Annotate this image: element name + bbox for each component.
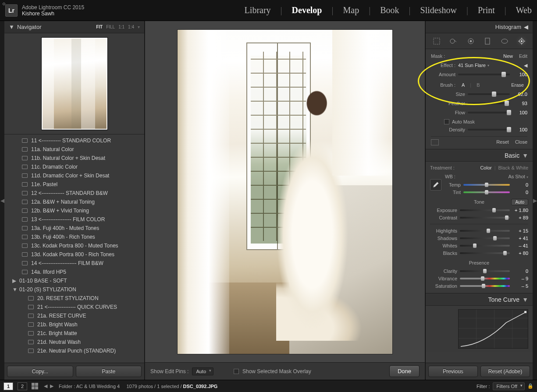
paste-button[interactable]: Paste	[76, 366, 142, 377]
density-value[interactable]: 100	[512, 127, 527, 132]
point-curve-toggle-icon[interactable]	[3, 3, 5, 5]
preset-item[interactable]: 21a. RESET CURVE	[4, 311, 144, 320]
feather-value[interactable]: 93	[512, 101, 527, 106]
saturation-slider[interactable]	[460, 285, 510, 287]
contrast-slider[interactable]	[460, 217, 510, 219]
preset-item[interactable]: 11a. Natural Color	[4, 145, 144, 154]
wb-eyedropper-icon[interactable]	[430, 179, 441, 191]
temp-slider[interactable]	[463, 184, 510, 186]
amount-slider[interactable]	[458, 74, 510, 75]
clarity-value[interactable]: 0	[512, 268, 528, 274]
zoom-ratio[interactable]: 1:4	[128, 25, 134, 29]
effect-dropdown[interactable]: 41 Sun Flare ▾	[458, 63, 519, 68]
feather-slider[interactable]	[468, 102, 510, 104]
brush-a[interactable]: A	[458, 82, 468, 88]
blacks-slider[interactable]	[460, 252, 510, 254]
spot-removal-tool-icon[interactable]	[448, 36, 460, 46]
tint-slider[interactable]	[463, 191, 510, 193]
whites-slider[interactable]	[460, 245, 510, 247]
reset-adobe-button[interactable]: Reset (Adobe)	[480, 366, 530, 377]
adjustment-brush-tool-icon[interactable]	[516, 36, 528, 46]
preset-item[interactable]: 12 <------------- STANDARD B&W	[4, 189, 144, 198]
navigator-header[interactable]: ▼ Navigator FIT FILL 1:1 1:4 ▾	[4, 21, 144, 33]
grid-view-icon[interactable]	[32, 383, 39, 390]
copy-button[interactable]: Copy...	[7, 366, 73, 377]
whites-value[interactable]: – 41	[512, 243, 528, 248]
shadows-value[interactable]: + 41	[512, 236, 528, 241]
flow-value[interactable]: 100	[512, 110, 527, 115]
brush-close[interactable]: Close	[515, 139, 527, 145]
preset-item[interactable]: 14a. Ilford HP5	[4, 268, 144, 276]
preset-item[interactable]: 13 <----------------- FILM COLOR	[4, 215, 144, 224]
filter-dropdown[interactable]: Filters Off	[493, 382, 525, 390]
module-web[interactable]: Web	[516, 5, 532, 15]
preset-item[interactable]: 11e. Pastel	[4, 180, 144, 189]
navigator-preview[interactable]	[4, 33, 144, 134]
preset-folder[interactable]: ▶01-10 BASE - SOFT	[4, 276, 144, 285]
preset-item[interactable]: 13c. Kodak Portra 800 - Muted Tones	[4, 241, 144, 250]
left-panel-collapse[interactable]: ◀	[0, 21, 4, 380]
crop-tool-icon[interactable]	[430, 36, 443, 46]
preset-item[interactable]: 13b. Fuji 400h - Rich Tones	[4, 233, 144, 241]
photo-canvas[interactable]	[145, 21, 425, 362]
preset-item[interactable]: 11b. Natural Color + Skin Desat	[4, 154, 144, 162]
highlights-value[interactable]: + 15	[512, 228, 528, 233]
preset-item[interactable]: 12b. B&W + Vivid Toning	[4, 206, 144, 215]
size-slider[interactable]	[468, 93, 510, 95]
temp-value[interactable]: 0	[512, 182, 528, 187]
preset-item[interactable]: 11 <----------- STANDARD COLOR	[4, 136, 144, 145]
zoom-menu-icon[interactable]: ▾	[138, 25, 140, 29]
mask-new[interactable]: New	[503, 53, 513, 59]
zoom-1to1[interactable]: 1:1	[118, 25, 124, 29]
graduated-filter-tool-icon[interactable]	[481, 36, 494, 46]
next-photo-icon[interactable]: ▶	[49, 383, 54, 389]
done-button[interactable]: Done	[389, 365, 420, 377]
size-value[interactable]: 62.0	[512, 92, 527, 97]
preset-item[interactable]: 13d. Kodak Portra 800 - Rich Tones	[4, 250, 144, 259]
preset-item[interactable]: 21 <---------------- QUICK CURVES	[4, 303, 144, 311]
tint-value[interactable]: 0	[512, 190, 528, 195]
brush-b[interactable]: B	[473, 82, 483, 88]
auto-tone-button[interactable]: Auto	[511, 199, 528, 205]
module-print[interactable]: Print	[478, 5, 495, 15]
treatment-color[interactable]: Color	[480, 165, 491, 170]
preset-item[interactable]: 11c. Dramatic Color	[4, 162, 144, 171]
blacks-value[interactable]: + 80	[512, 251, 528, 256]
histogram-header[interactable]: Histogram ◀	[426, 21, 533, 33]
brush-reset[interactable]: Reset	[496, 139, 509, 145]
contrast-value[interactable]: + 89	[512, 215, 528, 220]
module-map[interactable]: Map	[343, 5, 359, 15]
density-slider[interactable]	[468, 129, 510, 131]
screen-2[interactable]: 2	[18, 382, 27, 390]
automask-checkbox[interactable]	[444, 119, 449, 124]
treatment-bw[interactable]: Black & White	[498, 165, 528, 170]
panel-switch[interactable]	[431, 139, 439, 145]
preset-item[interactable]: 21c. Bright Matte	[4, 329, 144, 338]
radial-filter-tool-icon[interactable]	[498, 36, 511, 46]
exposure-value[interactable]: + 1.80	[512, 208, 528, 213]
effect-disclosure-icon[interactable]: ◀	[519, 63, 527, 68]
preset-item[interactable]: 13a. Fuji 400h - Muted Tones	[4, 224, 144, 233]
preset-item[interactable]: 21d. Neutral Wash	[4, 338, 144, 346]
breadcrumb[interactable]: Folder : AC & UB Wedding 4 1079 photos /…	[59, 384, 217, 389]
preset-item[interactable]: 20. RESET STYLIZATION	[4, 294, 144, 303]
exposure-slider[interactable]	[460, 209, 510, 211]
wb-dropdown[interactable]: As Shot ▾	[508, 174, 528, 179]
right-panel-collapse[interactable]: ▶	[533, 21, 537, 380]
clarity-slider[interactable]	[460, 270, 510, 272]
preset-item[interactable]: 21e. Neutral Punch (STANDARD)	[4, 346, 144, 355]
mask-overlay-checkbox[interactable]	[234, 369, 239, 374]
highlights-slider[interactable]	[460, 230, 510, 232]
redeye-tool-icon[interactable]	[465, 36, 477, 46]
module-slideshow[interactable]: Slideshow	[420, 5, 457, 15]
brush-erase[interactable]: Erase	[508, 82, 527, 88]
module-library[interactable]: Library	[245, 5, 271, 15]
edit-pins-dropdown[interactable]: Auto	[192, 367, 213, 375]
mask-edit[interactable]: Edit	[519, 53, 527, 59]
saturation-value[interactable]: – 5	[512, 283, 528, 289]
tone-curve-graph[interactable]	[458, 309, 528, 349]
module-develop[interactable]: Develop	[292, 5, 322, 15]
zoom-fit[interactable]: FIT	[96, 25, 103, 29]
preset-item[interactable]: 11d. Dramatic Color + Skin Desat	[4, 171, 144, 180]
basic-header[interactable]: Basic ▼	[426, 149, 533, 162]
